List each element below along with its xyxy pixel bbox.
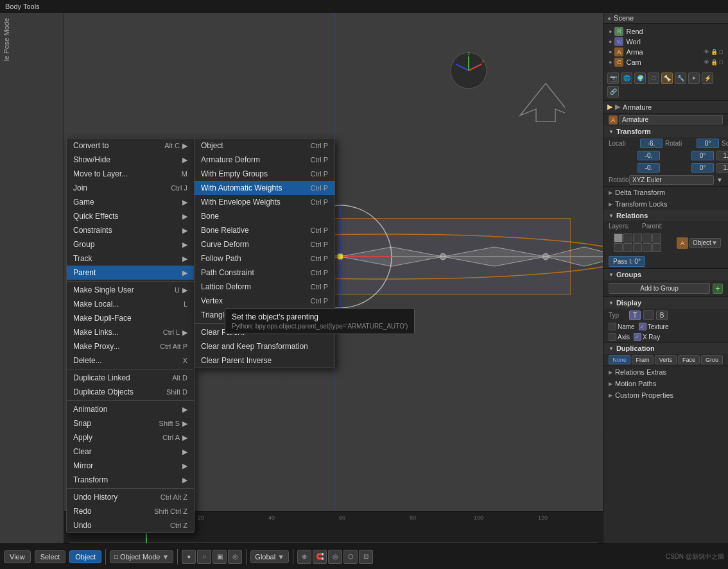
- add-group-button[interactable]: Add to Group: [609, 283, 710, 294]
- sub-clear-keep-transform[interactable]: Clear and Keep Transformation: [195, 339, 334, 353]
- menu-make-single-user[interactable]: Make Single User U ▶: [67, 283, 194, 297]
- snap-icon[interactable]: 🧲: [313, 550, 327, 564]
- layer-1[interactable]: [614, 234, 623, 242]
- add-group-icon[interactable]: +: [713, 284, 723, 294]
- layer-3[interactable]: [633, 234, 642, 242]
- context-menu[interactable]: Convert to Alt C ▶ Show/Hide ▶ Move to L…: [66, 138, 195, 533]
- onion-icon[interactable]: ⊡: [359, 550, 373, 564]
- layer-4[interactable]: [643, 234, 652, 242]
- menu-dup-objects[interactable]: Duplicate Objects Shift D: [67, 385, 194, 399]
- sub-with-envelope[interactable]: With Envelope Weights Ctrl P: [195, 195, 334, 209]
- relations-extras-section[interactable]: ▶ Relations Extras: [603, 366, 728, 378]
- sub-bone-relative[interactable]: Bone Relative Ctrl P: [195, 223, 334, 237]
- xray-checkbox-item[interactable]: X Ray: [634, 333, 660, 341]
- scene-item-world[interactable]: ● W Worl: [606, 37, 725, 47]
- scene-item-arma[interactable]: ● A Arma 👁 🔒 □: [606, 47, 725, 57]
- menu-clear[interactable]: Clear ▶: [67, 445, 194, 459]
- proportional-icon[interactable]: ◎: [328, 550, 342, 564]
- axis-checkbox-item[interactable]: Axis: [609, 333, 630, 341]
- duplication-header[interactable]: ▼ Duplication: [603, 343, 728, 354]
- texture-checkbox[interactable]: [639, 323, 646, 330]
- rotati-y[interactable]: 0°: [691, 151, 714, 160]
- nav-widget[interactable]: X Y Z: [449, 51, 488, 90]
- layer-6[interactable]: [614, 243, 623, 252]
- scale-y[interactable]: 1.0: [716, 151, 728, 160]
- menu-convert-to[interactable]: Convert to Alt C ▶: [67, 139, 194, 153]
- custom-props-section[interactable]: ▶ Custom Properties: [603, 389, 728, 401]
- pivot-icon[interactable]: ⊕: [297, 550, 311, 564]
- sub-with-auto-weights[interactable]: With Automatic Weights Ctrl P: [195, 181, 334, 195]
- dup-grou[interactable]: Grou: [701, 355, 723, 364]
- global-local-select[interactable]: Global ▼: [250, 550, 289, 563]
- sub-clear-parent-inverse[interactable]: Clear Parent Inverse: [195, 353, 334, 368]
- display-type-b[interactable]: B: [656, 310, 668, 320]
- menu-game[interactable]: Game ▶: [67, 195, 194, 209]
- menu-transform[interactable]: Transform ▶: [67, 473, 194, 487]
- dup-none[interactable]: None: [609, 355, 630, 364]
- shading-solid-icon[interactable]: ●: [182, 550, 196, 564]
- display-color-swatch[interactable]: [643, 310, 654, 320]
- layer-7[interactable]: [623, 243, 632, 252]
- mask-icon[interactable]: ⬡: [343, 550, 358, 564]
- sub-vertex[interactable]: Vertex Ctrl P: [195, 294, 334, 308]
- menu-quick-effects[interactable]: Quick Effects ▶: [67, 209, 194, 223]
- sub-follow-path[interactable]: Follow Path Ctrl P: [195, 251, 334, 266]
- menu-join[interactable]: Join Ctrl J: [67, 181, 194, 195]
- object-button[interactable]: Object: [69, 550, 101, 563]
- display-header[interactable]: ▼ Display: [603, 297, 728, 309]
- dup-verts[interactable]: Verts: [655, 355, 677, 364]
- layers-grid[interactable]: [614, 234, 661, 252]
- layer-5[interactable]: [652, 234, 661, 242]
- relations-header[interactable]: ▼ Relations: [603, 210, 728, 221]
- menu-apply[interactable]: Apply Ctrl A ▶: [67, 430, 194, 445]
- transform-locks-section[interactable]: ▶ Transform Locks: [603, 198, 728, 210]
- menu-redo[interactable]: Redo Shift Ctrl Z: [67, 504, 194, 518]
- scale-z[interactable]: 1.0: [716, 163, 728, 173]
- menu-parent[interactable]: Parent ▶: [67, 266, 194, 280]
- props-icon-modifiers[interactable]: 🔧: [675, 72, 686, 84]
- sub-bone[interactable]: Bone: [195, 209, 334, 223]
- layer-8[interactable]: [633, 243, 642, 252]
- menu-undo-history[interactable]: Undo History Ctrl Alt Z: [67, 490, 194, 504]
- scene-item-rend[interactable]: ● R Rend: [606, 26, 725, 37]
- select-button[interactable]: Select: [35, 550, 66, 563]
- props-icon-physics[interactable]: ⚡: [702, 72, 713, 84]
- shading-mat-icon[interactable]: ◎: [228, 550, 242, 564]
- rotation-mode-dropdown[interactable]: XYZ Euler: [629, 175, 714, 185]
- scene-item-cam[interactable]: ● C Cam 👁 🔒 □: [606, 57, 725, 67]
- pass-field[interactable]: Pass I: 0°: [609, 256, 645, 267]
- menu-make-local[interactable]: Make Local... L: [67, 297, 194, 311]
- menu-delete[interactable]: Delete... X: [67, 353, 194, 368]
- rotati-z[interactable]: 0°: [691, 163, 714, 173]
- object-name-field[interactable]: Armature: [619, 115, 723, 124]
- sub-with-empty-groups[interactable]: With Empty Groups Ctrl P: [195, 167, 334, 181]
- locati-z[interactable]: -0.: [637, 163, 660, 173]
- props-icon-render[interactable]: 📷: [607, 72, 619, 84]
- layer-2[interactable]: [623, 234, 632, 242]
- menu-make-links[interactable]: Make Links... Ctrl L ▶: [67, 325, 194, 339]
- props-icon-world[interactable]: 🌍: [634, 72, 646, 84]
- motion-paths-section[interactable]: ▶ Motion Paths: [603, 378, 728, 389]
- name-checkbox[interactable]: [609, 323, 616, 330]
- menu-snap[interactable]: Snap Shift S ▶: [67, 416, 194, 430]
- layer-10[interactable]: [652, 243, 661, 252]
- menu-show-hide[interactable]: Show/Hide ▶: [67, 153, 194, 167]
- props-icon-constraints[interactable]: 🔗: [607, 86, 619, 98]
- shading-wire-icon[interactable]: ○: [197, 550, 211, 564]
- props-icon-particles[interactable]: ✦: [688, 72, 700, 84]
- sub-armature-deform[interactable]: Armature Deform Ctrl P: [195, 153, 334, 167]
- layer-9[interactable]: [643, 243, 652, 252]
- delta-transform-section[interactable]: ▶ Delta Transform: [603, 187, 728, 198]
- rotati-x[interactable]: 0°: [697, 139, 719, 148]
- menu-move-layer[interactable]: Move to Layer... M: [67, 167, 194, 181]
- menu-track[interactable]: Track ▶: [67, 251, 194, 266]
- xray-checkbox[interactable]: [634, 333, 641, 341]
- dup-face[interactable]: Face: [678, 355, 700, 364]
- dup-fram[interactable]: Fram: [632, 355, 654, 364]
- sub-lattice-deform[interactable]: Lattice Deform Ctrl P: [195, 280, 334, 294]
- name-checkbox-item[interactable]: Name: [609, 323, 635, 330]
- menu-mirror[interactable]: Mirror ▶: [67, 459, 194, 473]
- sub-curve-deform[interactable]: Curve Deform Ctrl P: [195, 237, 334, 251]
- menu-animation[interactable]: Animation ▶: [67, 402, 194, 416]
- menu-make-proxy[interactable]: Make Proxy... Ctrl Alt P: [67, 339, 194, 353]
